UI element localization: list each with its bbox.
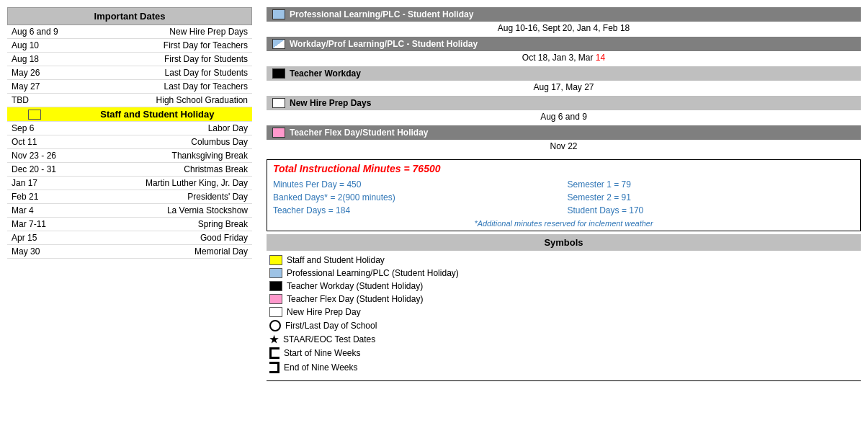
legend-section: Professional Learning/PLC - Student Holi… [267, 7, 861, 153]
legend-header: Professional Learning/PLC - Student Holi… [267, 7, 861, 22]
divider [267, 380, 861, 381]
important-dates-header: Important Dates [7, 7, 252, 25]
symbol-label: Staff and Student Holiday [287, 255, 385, 265]
important-date-row: May 27Last Day for Teachers [7, 80, 252, 94]
date-cell: Mar 4 [7, 204, 63, 218]
event-cell: Christmas Break [63, 163, 252, 177]
banked-days: Banked Days* = 2(900 minutes) [273, 192, 560, 203]
symbol-label: Teacher Flex Day (Student Holiday) [287, 294, 423, 304]
important-date-row: Aug 18First Day for Students [7, 53, 252, 66]
date-cell: Aug 6 and 9 [7, 25, 63, 39]
date-cell: May 27 [7, 80, 63, 94]
pink-icon [272, 128, 285, 138]
event-cell: La Vernia Stockshow [63, 204, 252, 218]
event-cell: Presidents' Day [63, 190, 252, 204]
dates-table: Aug 6 and 9New Hire Prep DaysAug 10First… [7, 25, 252, 259]
date-cell: Aug 10 [7, 39, 63, 53]
symbol-row: Teacher Flex Day (Student Holiday) [267, 293, 861, 306]
date-cell: May 30 [7, 245, 63, 259]
legend-label: Professional Learning/PLC - Student Holi… [290, 9, 473, 19]
holiday-header-label: Staff and Student Holiday [63, 107, 252, 122]
symbol-row: Professional Learning/PLC (Student Holid… [267, 267, 861, 280]
holiday-row: Apr 15Good Friday [7, 231, 252, 245]
legend-subtext: Aug 6 and 9 [267, 110, 861, 123]
symbols-header: Symbols [267, 234, 861, 251]
symbol-row: First/Last Day of School [267, 318, 861, 333]
semester1: Semester 1 = 79 [568, 179, 855, 190]
symbol-row: Staff and Student Holiday [267, 254, 861, 267]
blue-sym-icon [269, 268, 282, 278]
holiday-row: Dec 20 - 31Christmas Break [7, 163, 252, 177]
circle-icon [269, 320, 281, 331]
event-cell: Labor Day [63, 122, 252, 135]
date-cell: Apr 15 [7, 231, 63, 245]
right-column: Professional Learning/PLC - Student Holi… [267, 7, 861, 434]
date-cell: TBD [7, 94, 63, 107]
symbol-label: End of Nine Weeks [284, 362, 358, 373]
holiday-header-row: Staff and Student Holiday [7, 107, 252, 122]
event-cell: High School Graduation [63, 94, 252, 107]
yellow-sym-icon [269, 255, 282, 265]
date-cell: Mar 7-11 [7, 218, 63, 231]
legend-header: New Hire Prep Days [267, 96, 861, 110]
legend-subtext: Nov 22 [267, 140, 861, 153]
symbol-label: First/Last Day of School [285, 321, 377, 331]
symbol-row: Teacher Workday (Student Holiday) [267, 280, 861, 293]
event-cell: Memorial Day [63, 245, 252, 259]
important-date-row: Aug 6 and 9New Hire Prep Days [7, 25, 252, 39]
holiday-row: Jan 17Martin Luther King, Jr. Day [7, 177, 252, 190]
holiday-row: Feb 21Presidents' Day [7, 190, 252, 204]
holiday-row: Sep 6Labor Day [7, 122, 252, 135]
event-cell: Thanksgiving Break [63, 149, 252, 163]
symbol-label: Teacher Workday (Student Holiday) [287, 281, 423, 291]
date-cell: Aug 18 [7, 53, 63, 66]
important-date-row: TBDHigh School Graduation [7, 94, 252, 107]
legend-subtext: Aug 17, May 27 [267, 81, 861, 94]
date-cell: Nov 23 - 26 [7, 149, 63, 163]
holiday-row: Nov 23 - 26Thanksgiving Break [7, 149, 252, 163]
event-cell: New Hire Prep Days [63, 25, 252, 39]
symbol-label: Start of Nine Weeks [284, 348, 361, 358]
minutes-per-day: Minutes Per Day = 450 [273, 179, 560, 190]
star-icon: ★ [269, 334, 279, 344]
legend-block: Workday/Prof Learning/PLC - Student Holi… [267, 37, 861, 64]
important-date-row: Aug 10First Day for Teachers [7, 39, 252, 53]
bracket-close-icon [269, 362, 279, 373]
bracket-open-icon [269, 347, 279, 359]
left-column: Important Dates Aug 6 and 9New Hire Prep… [7, 7, 252, 434]
legend-header: Teacher Workday [267, 66, 861, 81]
event-cell: Martin Luther King, Jr. Day [63, 177, 252, 190]
blue-light-icon [272, 9, 285, 19]
legend-label: Workday/Prof Learning/PLC - Student Holi… [290, 39, 478, 49]
black-icon [272, 68, 285, 79]
stats-note: *Additional minutes reserved for incleme… [267, 218, 860, 231]
legend-header: Workday/Prof Learning/PLC - Student Holi… [267, 37, 861, 51]
symbol-label: Professional Learning/PLC (Student Holid… [287, 268, 459, 278]
symbol-row: New Hire Prep Day [267, 306, 861, 318]
white-icon [272, 98, 285, 108]
holiday-row: Mar 7-11Spring Break [7, 218, 252, 231]
legend-block: New Hire Prep Days Aug 6 and 9 [267, 96, 861, 123]
date-cell: Feb 21 [7, 190, 63, 204]
date-cell: Sep 6 [7, 122, 63, 135]
event-cell: First Day for Teachers [63, 39, 252, 53]
legend-block: Professional Learning/PLC - Student Holi… [267, 7, 861, 35]
yellow-icon [28, 110, 41, 120]
legend-header: Teacher Flex Day/Student Holiday [267, 125, 861, 140]
stats-total: Total Instructional Minutes = 76500 [267, 160, 860, 177]
symbol-row: End of Nine Weeks [267, 360, 861, 375]
symbol-row: Start of Nine Weeks [267, 346, 861, 360]
holiday-row: Mar 4La Vernia Stockshow [7, 204, 252, 218]
date-cell: Oct 11 [7, 135, 63, 149]
legend-label: New Hire Prep Days [290, 98, 371, 108]
date-cell: Jan 17 [7, 177, 63, 190]
event-cell: Columbus Day [63, 135, 252, 149]
pink-sym-icon [269, 294, 282, 304]
date-cell: May 26 [7, 66, 63, 80]
symbol-label: New Hire Prep Day [287, 307, 361, 317]
legend-label: Teacher Workday [290, 68, 361, 79]
event-cell: Last Day for Teachers [63, 80, 252, 94]
black-sym-icon [269, 281, 282, 291]
holiday-row: Oct 11Columbus Day [7, 135, 252, 149]
holiday-row: May 30Memorial Day [7, 245, 252, 259]
